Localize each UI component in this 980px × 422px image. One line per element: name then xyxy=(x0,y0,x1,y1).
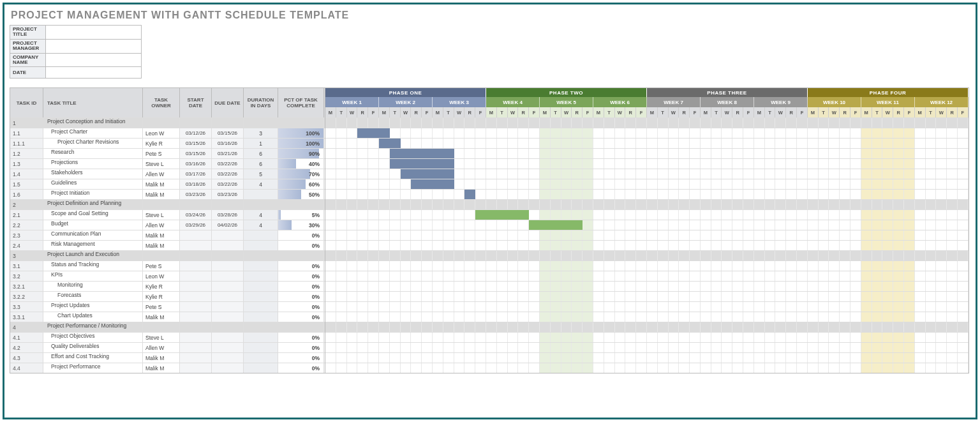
gantt-cell xyxy=(669,149,679,158)
gantt-cell xyxy=(583,322,593,332)
gantt-cell xyxy=(904,302,915,312)
gantt-cell xyxy=(658,118,669,128)
task-row: 3.2.2ForecastsKylie R0% xyxy=(10,291,325,301)
gantt-cell xyxy=(336,118,347,128)
meta-value-company-name[interactable] xyxy=(46,53,142,67)
cell-task-name: Budget xyxy=(43,220,143,230)
gantt-cell xyxy=(636,139,647,148)
cell-pct: 70% xyxy=(278,169,324,179)
gantt-cell xyxy=(529,312,540,322)
gantt-cell xyxy=(433,302,443,312)
gantt-cell xyxy=(401,210,412,220)
gantt-cell xyxy=(475,353,486,363)
gantt-cell xyxy=(711,200,722,209)
meta-value-date[interactable] xyxy=(46,67,142,79)
day-header: T xyxy=(711,107,722,117)
gantt-cell xyxy=(347,302,358,312)
gantt-cell xyxy=(615,241,626,250)
cell-task-id: 2.3 xyxy=(10,230,43,240)
gantt-cell xyxy=(325,169,336,179)
gantt-cell xyxy=(711,261,722,271)
cell-due: 03/22/26 xyxy=(212,169,244,179)
cell-start: 03/16/26 xyxy=(180,159,212,169)
gantt-cell xyxy=(786,312,797,322)
gantt-cell xyxy=(850,220,861,230)
gantt-cell xyxy=(357,118,368,128)
cell-owner: Malik M xyxy=(143,241,180,250)
gantt-cell xyxy=(711,251,722,260)
cell-task-name: Status and Tracking xyxy=(43,261,143,271)
gantt-cell xyxy=(422,251,433,260)
gantt-cell xyxy=(625,241,636,250)
gantt-cell xyxy=(679,179,690,189)
gantt-cell xyxy=(679,261,690,271)
gantt-cell xyxy=(926,220,937,230)
cell-due xyxy=(212,363,244,373)
cell-task-id: 4.3 xyxy=(10,353,43,363)
gantt-cell xyxy=(464,241,475,250)
gantt-cell xyxy=(711,302,722,312)
gantt-cell xyxy=(464,149,475,158)
cell-task-name: Stakeholders xyxy=(43,169,143,179)
gantt-cell xyxy=(850,200,861,209)
task-row: 2.3Communication PlanMalik M0% xyxy=(10,230,325,240)
gantt-cell xyxy=(732,159,743,169)
gantt-cell xyxy=(936,312,947,322)
gantt-cell xyxy=(808,343,819,352)
gantt-cell xyxy=(926,353,937,363)
gantt-cell xyxy=(368,210,379,220)
gantt-cell xyxy=(850,322,861,332)
meta-value-project-manager[interactable] xyxy=(46,39,142,53)
gantt-cell xyxy=(486,292,497,301)
gantt-cell xyxy=(808,169,819,179)
gantt-cell xyxy=(893,179,904,189)
cell-owner xyxy=(143,118,180,128)
gantt-cell xyxy=(486,343,497,352)
gantt-cell xyxy=(390,282,401,291)
gantt-cell xyxy=(915,149,926,158)
gantt-cell xyxy=(347,241,358,250)
gantt-cell xyxy=(583,210,593,220)
gantt-row xyxy=(325,179,969,189)
gantt-cell xyxy=(926,251,937,260)
gantt-cell xyxy=(754,251,765,260)
gantt-cell xyxy=(604,179,615,189)
gantt-cell xyxy=(593,363,604,373)
meta-value-project-title[interactable] xyxy=(46,26,142,40)
gantt-cell xyxy=(754,271,765,281)
gantt-cell xyxy=(443,292,454,301)
gantt-cell xyxy=(561,200,572,209)
gantt-cell xyxy=(357,271,368,281)
gantt-cell xyxy=(379,118,390,128)
cell-pct: 0% xyxy=(278,302,324,312)
gantt-cell xyxy=(529,363,540,373)
cell-duration: 6 xyxy=(244,149,278,158)
cell-task-id: 1.4 xyxy=(10,169,43,179)
gantt-cell xyxy=(572,363,583,373)
gantt-cell xyxy=(561,149,572,158)
gantt-cell xyxy=(401,261,412,271)
gantt-cell xyxy=(775,333,786,342)
gantt-cell xyxy=(893,128,904,138)
gantt-cell xyxy=(647,200,658,209)
gantt-cell xyxy=(636,241,647,250)
gantt-cell xyxy=(882,190,893,199)
task-row: 1.1.1Project Charter RevisionsKylie R03/… xyxy=(10,138,325,148)
gantt-cell xyxy=(508,128,519,138)
gantt-cell xyxy=(454,220,465,230)
gantt-cell xyxy=(936,363,947,373)
gantt-cell xyxy=(711,292,722,301)
day-header: W xyxy=(936,107,947,117)
gantt-cell xyxy=(347,282,358,291)
gantt-cell xyxy=(325,210,336,220)
gantt-cell xyxy=(819,251,829,260)
col-task-id: TASK ID xyxy=(10,88,43,117)
gantt-cell xyxy=(625,230,636,240)
gantt-cell xyxy=(390,292,401,301)
cell-start xyxy=(180,343,212,352)
gantt-cell xyxy=(464,220,475,230)
gantt-cell xyxy=(551,220,561,230)
gantt-cell xyxy=(475,343,486,352)
gantt-cell xyxy=(765,251,776,260)
cell-start: 03/17/26 xyxy=(180,169,212,179)
